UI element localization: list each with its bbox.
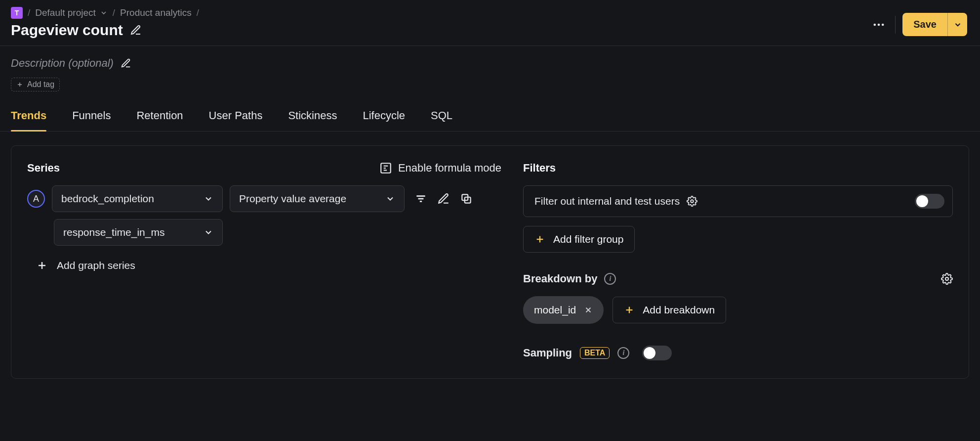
description-field[interactable]: Description (optional) (11, 57, 969, 70)
breakdown-chip[interactable]: model_id (523, 296, 604, 324)
chevron-down-icon (953, 20, 962, 29)
rename-series-button[interactable] (437, 192, 450, 205)
duplicate-series-button[interactable] (460, 192, 473, 205)
breadcrumb-project[interactable]: Default project (35, 7, 108, 18)
sampling-toggle[interactable] (642, 346, 672, 360)
tab-sql[interactable]: SQL (431, 109, 452, 131)
breadcrumb-separator: / (28, 7, 30, 18)
add-filter-group-button[interactable]: Add filter group (523, 226, 635, 253)
add-tag-button[interactable]: Add tag (11, 78, 60, 91)
tab-lifecycle[interactable]: Lifecycle (363, 109, 405, 131)
svg-point-19 (945, 277, 948, 280)
sampling-label: Sampling (523, 347, 572, 359)
plus-icon (36, 260, 48, 271)
pencil-icon (130, 24, 142, 36)
gear-icon (687, 196, 697, 207)
breadcrumb-project-label: Default project (35, 7, 96, 18)
edit-title-button[interactable] (130, 24, 142, 36)
add-graph-series-button[interactable]: Add graph series (36, 260, 501, 271)
page-title: Pageview count (11, 22, 123, 39)
dots-horizontal-icon (872, 18, 886, 32)
formula-icon (379, 162, 392, 175)
tab-retention[interactable]: Retention (136, 109, 183, 131)
gear-icon (941, 273, 953, 285)
save-dropdown-button[interactable] (947, 13, 967, 36)
tab-stickiness[interactable]: Stickiness (288, 109, 337, 131)
edit-description-button[interactable] (121, 58, 131, 69)
tab-user-paths[interactable]: User Paths (209, 109, 263, 131)
svg-point-2 (882, 23, 884, 26)
plus-icon (624, 305, 635, 315)
chevron-down-icon (204, 194, 213, 204)
breadcrumb-section-label: Product analytics (120, 7, 192, 18)
add-tag-label: Add tag (27, 80, 54, 89)
internal-filter-toggle[interactable] (915, 194, 944, 209)
copy-icon (460, 192, 473, 205)
chevron-down-icon (385, 194, 395, 204)
breakdown-section-title: Breakdown by (523, 272, 597, 285)
save-button-group: Save (902, 13, 967, 36)
filter-icon (414, 192, 427, 205)
breakdown-settings-button[interactable] (941, 273, 953, 285)
svg-point-16 (691, 200, 694, 203)
breadcrumb: T / Default project / Product analytics … (11, 7, 199, 19)
event-select-value: bedrock_completion (61, 193, 154, 205)
aggregation-select[interactable]: Property value average (230, 185, 405, 212)
toggle-knob (644, 347, 655, 359)
internal-filter-settings-button[interactable] (687, 196, 697, 207)
pencil-icon (121, 58, 131, 69)
enable-formula-mode-button[interactable]: Enable formula mode (379, 162, 501, 175)
project-icon[interactable]: T (11, 7, 23, 19)
add-breakdown-label: Add breakdown (643, 304, 715, 316)
series-letter-badge: A (27, 190, 45, 208)
beta-badge: BETA (580, 347, 610, 359)
filters-section-title: Filters (523, 162, 953, 175)
add-breakdown-button[interactable]: Add breakdown (612, 297, 726, 323)
description-placeholder: Description (optional) (11, 57, 114, 70)
more-options-button[interactable] (869, 15, 888, 34)
breakdown-chip-label: model_id (534, 304, 576, 316)
filter-series-button[interactable] (414, 192, 427, 205)
info-icon[interactable]: i (617, 347, 629, 359)
chevron-down-icon (100, 9, 108, 17)
property-select-value: response_time_in_ms (63, 226, 164, 238)
internal-filter-label: Filter out internal and test users (534, 195, 680, 207)
add-series-label: Add graph series (57, 260, 135, 271)
info-icon[interactable]: i (604, 273, 616, 285)
svg-point-0 (874, 23, 876, 26)
aggregation-select-value: Property value average (239, 193, 346, 205)
formula-toggle-label: Enable formula mode (398, 162, 501, 175)
breadcrumb-separator: / (197, 7, 199, 18)
series-section-title: Series (27, 162, 60, 175)
svg-point-1 (878, 23, 880, 26)
divider (895, 16, 896, 34)
insight-tabs: Trends Funnels Retention User Paths Stic… (0, 95, 980, 132)
pencil-icon (437, 192, 450, 205)
plus-icon (16, 81, 23, 88)
close-icon (584, 306, 593, 314)
plus-icon (534, 234, 545, 245)
tab-trends[interactable]: Trends (11, 109, 46, 131)
internal-users-filter-row: Filter out internal and test users (523, 185, 953, 217)
property-select[interactable]: response_time_in_ms (54, 219, 223, 246)
query-builder-card: Series Enable formula mode A bedrock_com… (11, 145, 969, 379)
chevron-down-icon (204, 227, 213, 237)
toggle-knob (916, 195, 928, 207)
save-button[interactable]: Save (902, 13, 947, 36)
add-filter-group-label: Add filter group (553, 233, 623, 245)
remove-breakdown-button[interactable] (584, 306, 593, 314)
breadcrumb-section[interactable]: Product analytics (120, 7, 192, 18)
breadcrumb-separator: / (113, 7, 115, 18)
tab-funnels[interactable]: Funnels (72, 109, 111, 131)
event-select[interactable]: bedrock_completion (52, 185, 223, 212)
